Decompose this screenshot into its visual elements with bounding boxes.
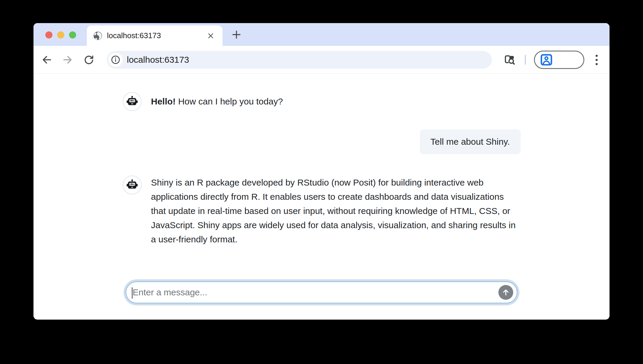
- toolbar-divider: [525, 55, 526, 65]
- tab-title: localhost:63173: [107, 31, 205, 40]
- forward-button[interactable]: [59, 51, 76, 68]
- globe-favicon: [93, 31, 103, 41]
- desktop-background: localhost:63173: [0, 0, 643, 364]
- site-info-button[interactable]: [108, 53, 123, 67]
- profile-icon: [540, 53, 553, 67]
- browser-tab[interactable]: localhost:63173: [87, 25, 223, 46]
- user-message-row: Tell me about Shiny.: [123, 129, 521, 154]
- reload-button[interactable]: [81, 51, 97, 68]
- traffic-close-icon[interactable]: [45, 31, 52, 38]
- robot-avatar-icon: [123, 92, 142, 111]
- chat-input-container: [126, 281, 517, 303]
- back-button[interactable]: [39, 51, 55, 68]
- browser-toolbar: localhost:63173: [33, 46, 610, 74]
- traffic-minimize-icon[interactable]: [57, 31, 64, 38]
- chat-column: Hello! How can I help you today? Tell me…: [123, 74, 521, 303]
- send-button[interactable]: [498, 285, 513, 300]
- assistant-message-text: Shiny is an R package developed by RStud…: [151, 175, 521, 247]
- profile-button[interactable]: [534, 51, 584, 69]
- chat-page: Hello! How can I help you today? Tell me…: [33, 74, 610, 319]
- url-text: localhost:63173: [127, 55, 189, 65]
- send-arrow-icon: [501, 288, 510, 297]
- browser-window: localhost:63173: [33, 23, 610, 320]
- assistant-message: Hello! How can I help you today?: [123, 92, 521, 111]
- text-caret: [132, 287, 132, 299]
- tab-strip: localhost:63173: [33, 23, 610, 46]
- robot-avatar-icon: [123, 175, 142, 194]
- greeting-bold: Hello!: [151, 96, 176, 106]
- assistant-message: Shiny is an R package developed by RStud…: [123, 175, 521, 247]
- info-icon: [111, 55, 120, 65]
- chat-message-input[interactable]: [126, 282, 517, 303]
- lens-search-icon[interactable]: [503, 53, 517, 67]
- traffic-zoom-icon[interactable]: [69, 31, 76, 38]
- new-tab-button[interactable]: [230, 28, 243, 41]
- tab-close-icon[interactable]: [205, 30, 216, 41]
- assistant-message-text: Hello! How can I help you today?: [151, 94, 283, 109]
- address-bar[interactable]: localhost:63173: [107, 51, 492, 69]
- user-message-bubble: Tell me about Shiny.: [420, 129, 521, 154]
- kebab-menu-icon[interactable]: [589, 53, 604, 67]
